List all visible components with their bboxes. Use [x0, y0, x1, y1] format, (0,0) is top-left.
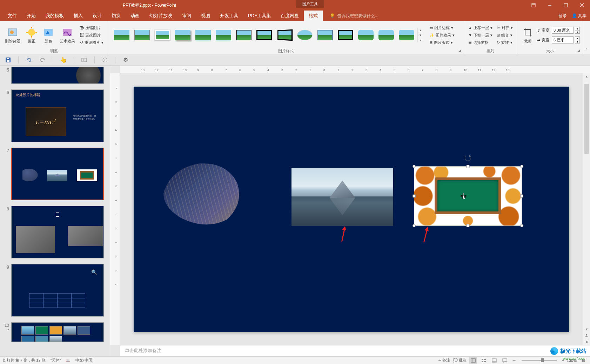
- tab-design[interactable]: 设计: [88, 11, 107, 21]
- align-button[interactable]: ⊫对齐 ▾: [495, 25, 514, 31]
- resize-handle-n[interactable]: [467, 165, 470, 168]
- thumb-canvas[interactable]: [11, 148, 104, 200]
- picture-style-3[interactable]: [153, 28, 172, 42]
- picture-style-7[interactable]: [234, 28, 253, 42]
- styles-dialog-launcher[interactable]: ◢: [458, 49, 463, 53]
- thumbnail-slide-5[interactable]: 5: [0, 67, 110, 88]
- notes-toggle[interactable]: ≐ 备注: [438, 358, 450, 363]
- qa-more-button[interactable]: [101, 56, 109, 64]
- gallery-more[interactable]: ▾: [418, 38, 423, 42]
- resize-handle-se[interactable]: [520, 224, 523, 227]
- tab-slideshow[interactable]: 幻灯片放映: [145, 11, 177, 21]
- width-input[interactable]: [552, 36, 574, 43]
- resize-handle-e[interactable]: [520, 194, 523, 197]
- color-button[interactable]: 颜色: [41, 26, 56, 45]
- reset-picture-button[interactable]: ↺重设图片 ▾: [79, 39, 105, 46]
- normal-view-button[interactable]: [469, 357, 477, 364]
- tab-baidu[interactable]: 百度网盘: [276, 11, 304, 21]
- ribbon-options-button[interactable]: [525, 0, 542, 11]
- tab-home[interactable]: 开始: [22, 11, 41, 21]
- thumbnail-slide-8[interactable]: 8: [0, 204, 110, 263]
- maximize-button[interactable]: [558, 0, 574, 11]
- slide-thumbnails-panel[interactable]: 5 6 此处照片的标题 ε=mc² 时间就是问题的时候，自然知道答案只有时间能。…: [0, 66, 110, 356]
- picture-style-11[interactable]: [316, 28, 335, 42]
- tab-developer[interactable]: 开发工具: [215, 11, 243, 21]
- language-indicator[interactable]: 中文(中国): [75, 358, 93, 363]
- picture-style-10[interactable]: [295, 28, 314, 42]
- thumb-canvas[interactable]: 🔍: [11, 264, 104, 317]
- slide-image-mountain[interactable]: [291, 168, 393, 226]
- scroll-thumb[interactable]: [584, 84, 589, 154]
- scroll-up[interactable]: ▲: [583, 73, 590, 80]
- artistic-effects-button[interactable]: 艺术效果: [58, 26, 77, 45]
- width-up[interactable]: ▲: [575, 36, 580, 40]
- height-down[interactable]: ▼: [575, 30, 580, 34]
- notes-pane[interactable]: 单击此处添加备注: [120, 345, 590, 356]
- picture-style-2[interactable]: [133, 28, 152, 42]
- picture-style-8[interactable]: [255, 28, 274, 42]
- picture-style-1[interactable]: [112, 28, 131, 42]
- tab-review[interactable]: 审阅: [177, 11, 196, 21]
- thumb-canvas[interactable]: [11, 322, 104, 342]
- thumb-canvas[interactable]: [11, 67, 104, 84]
- tab-insert[interactable]: 插入: [69, 11, 88, 21]
- picture-style-12[interactable]: [336, 28, 355, 42]
- thumbnail-slide-10[interactable]: 10*: [0, 321, 110, 346]
- save-button[interactable]: [4, 56, 12, 64]
- minimize-button[interactable]: [542, 0, 558, 11]
- spell-check-icon[interactable]: 📖: [66, 358, 71, 363]
- tab-file[interactable]: 文件: [3, 11, 22, 21]
- tab-transitions[interactable]: 切换: [107, 11, 126, 21]
- tab-view[interactable]: 视图: [196, 11, 215, 21]
- resize-handle-nw[interactable]: [413, 165, 416, 168]
- resize-handle-ne[interactable]: [520, 165, 523, 168]
- resize-handle-sw[interactable]: [413, 224, 416, 227]
- picture-style-14[interactable]: [377, 28, 396, 42]
- group-button[interactable]: ⊞组合 ▾: [495, 32, 514, 39]
- remove-background-button[interactable]: 删除背景: [3, 26, 22, 45]
- comments-toggle[interactable]: 💬 批注: [453, 358, 467, 363]
- picture-border-button[interactable]: ▭图片边框 ▾: [428, 25, 456, 31]
- tab-mytemplates[interactable]: 我的模板: [41, 11, 69, 21]
- sorter-view-button[interactable]: [480, 357, 488, 364]
- login-link[interactable]: 登录: [558, 13, 567, 19]
- slide-canvas-wrapper[interactable]: [120, 73, 583, 345]
- slide-image-chalkboard-selected[interactable]: [414, 167, 522, 225]
- thumbnail-slide-7[interactable]: 7: [0, 146, 110, 204]
- selection-pane-button[interactable]: ☰选择窗格: [467, 39, 494, 46]
- size-dialog-launcher[interactable]: ◢: [577, 49, 582, 53]
- resize-handle-s[interactable]: [467, 224, 470, 227]
- zoom-slider[interactable]: [522, 360, 557, 361]
- tell-me-search[interactable]: 💡 告诉我您想要做什么...: [330, 11, 378, 21]
- qa-customize-button[interactable]: ⚙: [122, 56, 129, 64]
- gallery-scroll-up[interactable]: ▲: [418, 28, 423, 33]
- compress-picture-button[interactable]: 🗜压缩图片: [79, 25, 105, 31]
- thumb-canvas[interactable]: [11, 206, 104, 258]
- change-picture-button[interactable]: 🖼更改图片: [79, 32, 105, 39]
- redo-button[interactable]: [39, 56, 47, 64]
- gallery-scroll-down[interactable]: ▼: [418, 33, 423, 38]
- slide-counter[interactable]: 幻灯片 第 7 张，共 12 张: [3, 358, 46, 363]
- touch-mode-button[interactable]: 👆: [60, 56, 67, 64]
- corrections-button[interactable]: 更正: [24, 26, 39, 45]
- thumbnail-slide-6[interactable]: 6 此处照片的标题 ε=mc² 时间就是问题的时候，自然知道答案只有时间能。: [0, 88, 110, 146]
- thumb-canvas[interactable]: 此处照片的标题 ε=mc² 时间就是问题的时候，自然知道答案只有时间能。: [11, 89, 104, 142]
- picture-style-6[interactable]: [214, 28, 233, 42]
- reading-view-button[interactable]: [490, 357, 498, 364]
- picture-style-5[interactable]: [194, 28, 213, 42]
- thumbnail-slide-9[interactable]: 9 🔍: [0, 263, 110, 321]
- crop-button[interactable]: 裁剪: [520, 26, 536, 45]
- bring-forward-button[interactable]: ▲上移一层 ▾: [467, 25, 494, 31]
- rotate-button[interactable]: ↻旋转 ▾: [495, 39, 514, 46]
- picture-effects-button[interactable]: ✨图片效果 ▾: [428, 32, 456, 39]
- height-up[interactable]: ▲: [575, 27, 580, 30]
- picture-layout-button[interactable]: ⊞图片版式 ▾: [428, 39, 456, 46]
- prev-slide[interactable]: ⯭: [583, 332, 590, 339]
- slide-canvas[interactable]: [134, 87, 569, 332]
- next-slide[interactable]: ⯯: [583, 339, 590, 345]
- slideshow-view-button[interactable]: [501, 357, 509, 364]
- picture-style-13[interactable]: [356, 28, 375, 42]
- vertical-scrollbar[interactable]: ▲ ▼ ⯭ ⯯: [583, 73, 590, 345]
- share-button[interactable]: 👤 共享: [572, 13, 586, 19]
- resize-handle-w[interactable]: [413, 194, 416, 197]
